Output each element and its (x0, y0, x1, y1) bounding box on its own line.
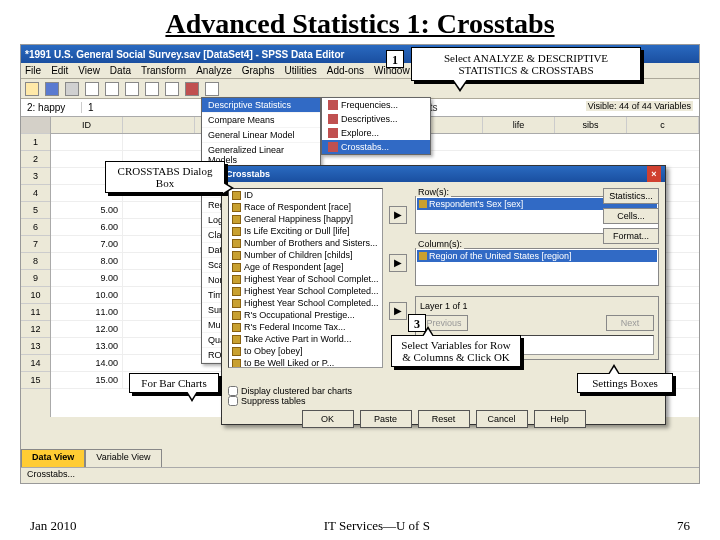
columns-box[interactable]: Column(s): Region of the United States [… (415, 248, 659, 286)
rows-entry-label: Respondent's Sex [sex] (429, 199, 523, 209)
variable-label: Highest Year School Completed... (244, 298, 379, 308)
menu-data[interactable]: Data (110, 65, 131, 76)
help-button[interactable]: Help (534, 410, 586, 428)
list-item[interactable]: ID (229, 189, 382, 201)
list-item[interactable]: to Obey [obey] (229, 345, 382, 357)
insert-icon[interactable] (205, 82, 219, 96)
cancel-button[interactable]: Cancel (476, 410, 528, 428)
transfer-layer-button[interactable]: ▶ (389, 302, 407, 320)
column-header[interactable] (123, 117, 195, 133)
goto-icon[interactable] (145, 82, 159, 96)
grid-cell[interactable]: 11.00 (51, 304, 123, 320)
save-icon[interactable] (45, 82, 59, 96)
menu-transform[interactable]: Transform (141, 65, 186, 76)
list-item[interactable]: Highest Year of School Complet... (229, 273, 382, 285)
list-item[interactable]: R's Occupational Prestige... (229, 309, 382, 321)
list-item[interactable]: Is Life Exciting or Dull [life] (229, 225, 382, 237)
list-item[interactable]: R's Federal Income Tax... (229, 321, 382, 333)
variable-label: Number of Brothers and Sisters... (244, 238, 378, 248)
column-header[interactable]: sibs (555, 117, 627, 133)
cell-ref-value[interactable]: 1 (81, 102, 141, 113)
menu-analyze[interactable]: Analyze (196, 65, 232, 76)
open-icon[interactable] (25, 82, 39, 96)
transfer-col-button[interactable]: ▶ (389, 254, 407, 272)
format-button[interactable]: Format... (603, 228, 659, 244)
row-header[interactable]: 2 (21, 151, 50, 168)
variable-list[interactable]: ID Race of Respondent [race] General Hap… (228, 188, 383, 368)
row-header[interactable]: 15 (21, 372, 50, 389)
grid-cell[interactable]: 9.00 (51, 270, 123, 286)
row-header[interactable]: 13 (21, 338, 50, 355)
grid-cell[interactable]: 15.00 (51, 372, 123, 388)
grid-cell[interactable]: 13.00 (51, 338, 123, 354)
menu-file[interactable]: File (25, 65, 41, 76)
list-item[interactable]: Race of Respondent [race] (229, 201, 382, 213)
grid-cell[interactable]: 7.00 (51, 236, 123, 252)
row-header[interactable]: 5 (21, 202, 50, 219)
grid-cell[interactable]: 8.00 (51, 253, 123, 269)
menu-item-compare-means[interactable]: Compare Means (202, 113, 320, 128)
recall-icon[interactable] (85, 82, 99, 96)
row-header[interactable]: 9 (21, 270, 50, 287)
list-item[interactable]: Highest Year School Completed... (229, 285, 382, 297)
checkbox-icon[interactable] (228, 396, 238, 406)
list-item[interactable]: Highest Year School Completed... (229, 297, 382, 309)
column-header[interactable]: life (483, 117, 555, 133)
print-icon[interactable] (65, 82, 79, 96)
statistics-button[interactable]: Statistics... (603, 188, 659, 204)
paste-button[interactable]: Paste (360, 410, 412, 428)
list-item[interactable]: Number of Brothers and Sisters... (229, 237, 382, 249)
tab-data-view[interactable]: Data View (21, 449, 85, 467)
variable-label: Number of Children [childs] (244, 250, 353, 260)
row-header[interactable]: 10 (21, 287, 50, 304)
menu-utilities[interactable]: Utilities (285, 65, 317, 76)
close-icon[interactable]: × (647, 166, 661, 182)
row-header[interactable]: 14 (21, 355, 50, 372)
tab-variable-view[interactable]: Variable View (85, 449, 161, 467)
row-header[interactable]: 11 (21, 304, 50, 321)
columns-entry[interactable]: Region of the United States [region] (417, 250, 657, 262)
undo-icon[interactable] (105, 82, 119, 96)
row-header[interactable]: 7 (21, 236, 50, 253)
grid-cell[interactable]: 6.00 (51, 219, 123, 235)
menu-graphs[interactable]: Graphs (242, 65, 275, 76)
grid-cell[interactable]: 5.00 (51, 202, 123, 218)
submenu-crosstabs[interactable]: Crosstabs... (322, 140, 430, 154)
menu-item-glm[interactable]: General Linear Model (202, 128, 320, 143)
next-button[interactable]: Next (606, 315, 654, 331)
menu-addons[interactable]: Add-ons (327, 65, 364, 76)
list-item[interactable]: Take Active Part in World... (229, 333, 382, 345)
grid-cell[interactable]: 12.00 (51, 321, 123, 337)
menu-edit[interactable]: Edit (51, 65, 68, 76)
list-item[interactable]: Age of Respondent [age] (229, 261, 382, 273)
transfer-row-button[interactable]: ▶ (389, 206, 407, 224)
grid-cell[interactable]: 10.00 (51, 287, 123, 303)
dialog-titlebar: Crosstabs × (222, 166, 665, 182)
ok-button[interactable]: OK (302, 410, 354, 428)
row-header[interactable]: 6 (21, 219, 50, 236)
list-item[interactable]: to Be Well Liked or P... (229, 357, 382, 368)
column-header[interactable]: c (627, 117, 699, 133)
checkbox-icon[interactable] (228, 386, 238, 396)
chart-icon[interactable] (185, 82, 199, 96)
submenu-explore[interactable]: Explore... (322, 126, 430, 140)
column-header[interactable]: ID (51, 117, 123, 133)
grid-cell[interactable] (51, 134, 123, 150)
row-header[interactable]: 1 (21, 134, 50, 151)
menu-view[interactable]: View (78, 65, 100, 76)
menu-item-descriptive-statistics[interactable]: Descriptive Statistics (202, 98, 320, 113)
find-icon[interactable] (165, 82, 179, 96)
submenu-descriptives[interactable]: Descriptives... (322, 112, 430, 126)
submenu-frequencies[interactable]: Frequencies... (322, 98, 430, 112)
redo-icon[interactable] (125, 82, 139, 96)
row-header[interactable]: 3 (21, 168, 50, 185)
reset-button[interactable]: Reset (418, 410, 470, 428)
row-header[interactable]: 4 (21, 185, 50, 202)
list-item[interactable]: Number of Children [childs] (229, 249, 382, 261)
row-header[interactable]: 12 (21, 321, 50, 338)
list-item[interactable]: General Happiness [happy] (229, 213, 382, 225)
row-header[interactable]: 8 (21, 253, 50, 270)
suppress-tables-checkbox[interactable]: Suppress tables (228, 396, 659, 406)
cells-button[interactable]: Cells... (603, 208, 659, 224)
grid-cell[interactable]: 14.00 (51, 355, 123, 371)
